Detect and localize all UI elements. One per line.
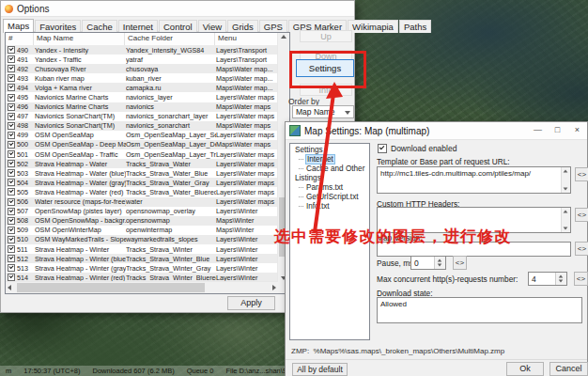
scroll-down-icon[interactable] (564, 227, 568, 229)
options-tab[interactable]: Maps (3, 19, 34, 33)
row-checkbox[interactable] (8, 217, 15, 225)
scroll-right-icon[interactable] (272, 285, 276, 290)
up-button[interactable]: Up (300, 30, 352, 42)
table-row[interactable]: 500 OSM OpenSeaMap - Deep Map Osm_OpenSe… (6, 140, 278, 149)
options-tab[interactable]: Control (159, 20, 197, 33)
row-checkbox[interactable] (8, 255, 15, 262)
table-row[interactable]: 498 Navionics SonarChart(TM) navionics_s… (6, 121, 278, 131)
horizontal-scroll-thumb[interactable] (17, 283, 205, 292)
table-row[interactable]: 501 OSM OpenSeaMap - Traffic Osm_OpenSea… (6, 149, 278, 159)
download-state-box[interactable]: Allowed (377, 297, 582, 323)
spinner-down-icon[interactable] (438, 264, 442, 267)
table-row[interactable]: 509 OSM OpenWinterMap openwintermap Maps… (6, 226, 278, 235)
table-row[interactable]: 493 Kuban river map kuban_river Maps\Wat… (6, 73, 278, 83)
table-row[interactable]: 503 Strava Heatmap - Water (blue) Tracks… (6, 168, 278, 178)
headers-script-button[interactable]: <> (575, 208, 588, 222)
col-header-cache-folder[interactable]: Cache Folder (125, 33, 215, 45)
max-requests-spinner[interactable] (555, 273, 566, 285)
tree-item-geturlscript[interactable]: GetUrlScript.txt (290, 193, 369, 202)
tree-item-params[interactable]: Params.txt (290, 183, 369, 193)
table-row[interactable]: 496 Navionics Marine Charts navionics Ma… (6, 102, 278, 112)
table-row[interactable]: 507 OpenSnowMap (pistes layer) opensnowm… (6, 207, 278, 216)
spinner-up-icon[interactable] (438, 259, 442, 262)
row-checkbox[interactable] (8, 65, 15, 72)
row-checkbox[interactable] (8, 122, 15, 130)
scroll-down-icon[interactable] (564, 187, 568, 190)
row-checkbox[interactable] (8, 188, 15, 196)
options-tab[interactable]: View (198, 20, 226, 33)
maximize-icon[interactable]: □ (548, 122, 567, 139)
options-tab[interactable]: Internet (118, 20, 158, 33)
row-checkbox[interactable] (8, 264, 15, 272)
checkbox-checked-icon[interactable] (378, 144, 387, 153)
table-row[interactable]: 510 OSM WayMarkedTrails - Slopes waymark… (6, 235, 278, 244)
table-row[interactable]: 494 Volga + Kama river camapka.ru Maps\W… (6, 83, 278, 92)
scroll-up-icon[interactable] (281, 35, 286, 39)
table-row[interactable]: 508 OSM OpenSnowMap - backgr... opensnow… (6, 216, 278, 226)
cancel-button[interactable]: Cancel (549, 362, 588, 376)
options-tab[interactable]: Paths (399, 20, 431, 33)
table-row[interactable]: 505 Strava Heatmap - Water (red) Tracks_… (6, 187, 278, 196)
row-checkbox[interactable] (8, 169, 15, 177)
textarea-scrollbar[interactable] (561, 208, 570, 232)
table-row[interactable]: 512 Strava Heatmap - Winter (blue) Track… (6, 254, 278, 263)
spinner-up-icon[interactable] (559, 275, 564, 278)
pause-script-button[interactable]: <> (453, 256, 467, 270)
table-row[interactable]: 502 Strava Heatmap - Water Tracks_Strava… (6, 159, 278, 168)
info-button[interactable]: Info (300, 84, 352, 96)
minimize-icon[interactable]: — (528, 122, 548, 139)
row-checkbox[interactable] (8, 160, 15, 167)
options-tab[interactable]: Grids (227, 20, 258, 33)
row-checkbox[interactable] (8, 103, 15, 111)
scroll-left-icon[interactable] (8, 285, 11, 290)
map-settings-titlebar[interactable]: Map Settings: Map (multimap) — □ × (286, 122, 587, 140)
col-header-num[interactable]: # (6, 33, 34, 45)
map-version-input[interactable] (377, 242, 571, 257)
max-requests-input[interactable]: 4 (528, 272, 567, 286)
apply-button[interactable]: Apply (227, 296, 275, 310)
options-titlebar[interactable]: Options (1, 1, 354, 17)
table-row[interactable]: 499 OSM OpenSeaMap Osm_OpenSeaMap_Layer_… (6, 131, 278, 140)
row-checkbox[interactable] (8, 208, 15, 215)
textarea-scrollbar[interactable] (561, 167, 570, 193)
row-checkbox[interactable] (8, 150, 15, 158)
row-checkbox[interactable] (8, 74, 15, 82)
row-checkbox[interactable] (8, 236, 15, 243)
tree-item-listings[interactable]: Listings (290, 174, 369, 183)
order-by-combobox[interactable]: Map Name (292, 105, 354, 118)
scroll-up-icon[interactable] (564, 169, 568, 172)
table-row[interactable]: 506 Water resource (maps-for-free) water… (6, 197, 278, 207)
url-script-button[interactable]: <> (575, 167, 588, 181)
row-checkbox[interactable] (8, 94, 15, 102)
ok-button[interactable]: Ok (506, 362, 544, 376)
row-checkbox[interactable] (8, 46, 15, 54)
row-checkbox[interactable] (8, 84, 15, 91)
horizontal-scrollbar[interactable] (6, 281, 278, 293)
table-row[interactable]: 490 Yandex - Intensity Yandex_intensity_… (6, 45, 278, 55)
headers-textarea[interactable] (377, 207, 571, 233)
spinner-down-icon[interactable] (559, 280, 564, 283)
options-tab[interactable]: Cache (82, 20, 116, 33)
table-row[interactable]: 495 Navionics Marine Charts navionics_la… (6, 92, 278, 102)
table-row[interactable]: 491 Yandex - Traffic yatraf Layers\Trans… (6, 55, 278, 64)
settings-button[interactable]: Settings (296, 59, 354, 77)
options-tab[interactable]: Wikimapia (348, 20, 398, 33)
url-textarea[interactable]: http://mc1.tiles-cdn.multimap.com/ptiles… (377, 166, 571, 194)
table-row[interactable]: 511 Strava Heatmap - Winter Tracks_Strav… (6, 244, 278, 254)
table-row[interactable]: 492 Chusovaya River chusovaya Maps\Water… (6, 64, 278, 73)
download-enabled-checkbox[interactable]: Download enabled (378, 144, 456, 153)
pause-spinner[interactable] (434, 257, 445, 269)
table-row[interactable]: 497 Navionics SonarChart(TM) navionics_s… (6, 112, 278, 121)
scroll-up-icon[interactable] (564, 210, 568, 212)
table-row[interactable]: 504 Strava Heatmap - Water (gray) Tracks… (6, 178, 278, 187)
row-checkbox[interactable] (8, 198, 15, 206)
version-script-button[interactable]: <> (575, 242, 588, 256)
row-checkbox[interactable] (8, 179, 15, 186)
options-tab[interactable]: Favorites (35, 20, 81, 33)
all-by-default-button[interactable]: All by default (292, 363, 348, 376)
tree-item-info[interactable]: Info.txt (290, 202, 369, 212)
tree-item-cache-and-other[interactable]: Cache and Other (290, 164, 369, 174)
col-header-menu[interactable]: Menu (215, 33, 278, 45)
pause-input[interactable]: 0 (410, 256, 446, 270)
row-checkbox[interactable] (8, 141, 15, 149)
